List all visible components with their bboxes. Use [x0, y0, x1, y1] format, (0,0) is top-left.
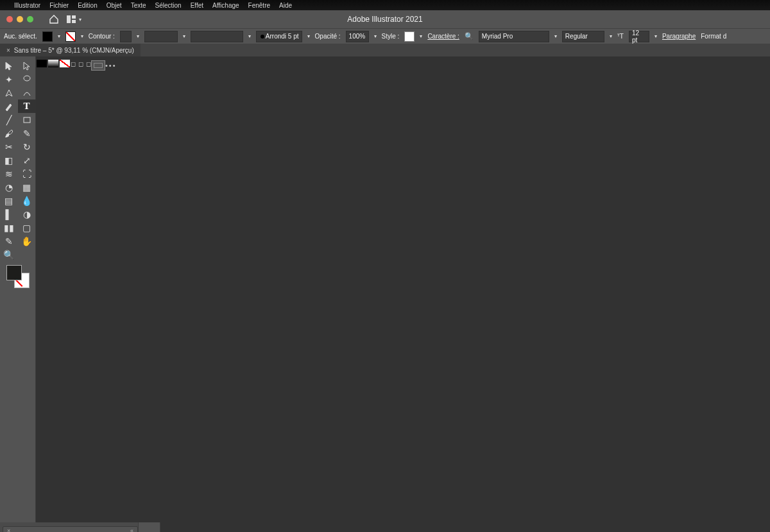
font-family: Myriad Pro: [482, 33, 513, 40]
gradient-tool[interactable]: ▌: [0, 207, 18, 221]
font-weight-dropdown[interactable]: ▾: [610, 33, 612, 39]
shape-builder-tool[interactable]: ◔: [0, 180, 18, 194]
opacity-field[interactable]: 100%: [346, 31, 369, 42]
menu-window[interactable]: Fenêtre: [248, 2, 270, 9]
selection-tool[interactable]: [0, 59, 18, 73]
paintbrush-tool[interactable]: 🖌: [0, 126, 18, 140]
collapsed-dock-strip[interactable]: [138, 522, 160, 532]
rectangle-tool[interactable]: [18, 113, 36, 126]
eraser-tool[interactable]: ◧: [0, 153, 18, 167]
window-controls: [0, 16, 33, 22]
menu-view[interactable]: Affichage: [212, 2, 239, 9]
fill-dropdown[interactable]: ▾: [58, 33, 60, 39]
line-tool[interactable]: ╱: [0, 113, 18, 126]
variable-width-dropdown[interactable]: ▾: [183, 33, 185, 39]
menu-text[interactable]: Texte: [131, 2, 146, 9]
color-panel: ×« Couleur ≡ ◈ □: [3, 526, 138, 532]
format-link[interactable]: Format d: [701, 33, 726, 40]
artboard-tool[interactable]: ▢: [18, 221, 36, 234]
rotate-tool[interactable]: ↻: [18, 140, 36, 153]
magic-wand-tool[interactable]: ✦: [0, 73, 18, 86]
close-tab-icon[interactable]: ×: [6, 47, 10, 54]
empty-tool-slot: [18, 248, 36, 261]
home-icon[interactable]: [49, 15, 59, 24]
menu-selection[interactable]: Sélection: [155, 2, 182, 9]
type-tool[interactable]: T: [18, 99, 36, 113]
app-title: Adobe Illustrator 2021: [0, 15, 770, 24]
color-mode-solid[interactable]: [36, 59, 47, 68]
screen-mode-button[interactable]: [91, 60, 105, 71]
slice-tool[interactable]: ✎: [0, 234, 18, 248]
draw-normal-icon[interactable]: ◻: [71, 60, 76, 522]
control-strip: Auc. sélect. ▾ ▾ Contour : ▾ ▾ ▾ Arrondi…: [0, 28, 770, 44]
font-weight: Regular: [565, 33, 588, 40]
eyedropper-tool[interactable]: 💧: [18, 194, 36, 207]
font-size-field[interactable]: 12 pt: [629, 31, 649, 42]
menu-file[interactable]: Fichier: [49, 2, 69, 9]
fill-color-icon[interactable]: [6, 265, 22, 280]
color-mode-gradient[interactable]: [47, 59, 59, 68]
scale-tool[interactable]: ⤢: [18, 153, 36, 167]
profile-value: Arrondi 5 pt: [266, 33, 299, 40]
free-transform-tool[interactable]: ⛶: [18, 167, 36, 180]
font-weight-field[interactable]: Regular: [562, 31, 604, 42]
font-family-field[interactable]: Myriad Pro: [479, 31, 549, 42]
pen-tool[interactable]: [0, 86, 18, 99]
search-icon[interactable]: 🔍: [465, 32, 474, 40]
mesh-tool[interactable]: ▤: [0, 194, 18, 207]
draw-inside-icon[interactable]: ◻: [86, 60, 91, 522]
stroke-dropdown[interactable]: ▾: [81, 33, 83, 39]
direct-selection-tool[interactable]: [18, 59, 36, 73]
paragraph-link[interactable]: Paragraphe: [662, 33, 696, 40]
stroke-weight-field[interactable]: [120, 31, 132, 42]
draw-behind-icon[interactable]: ◻: [78, 60, 83, 522]
close-window-button[interactable]: [6, 16, 13, 22]
menu-help[interactable]: Aide: [279, 2, 292, 9]
brush-field[interactable]: [191, 31, 243, 42]
fill-swatch[interactable]: [42, 31, 53, 42]
font-size-icon: ᵀT: [617, 33, 624, 40]
menu-app[interactable]: Illustrator: [14, 2, 40, 9]
brush-dropdown[interactable]: ▾: [248, 33, 251, 39]
zoom-tool[interactable]: 🔍: [0, 248, 18, 261]
fill-stroke-control[interactable]: [6, 265, 30, 288]
lasso-tool[interactable]: [18, 73, 36, 86]
menu-edit[interactable]: Edition: [78, 2, 98, 9]
perspective-grid-tool[interactable]: ▦: [18, 180, 36, 194]
scissors-tool[interactable]: ✂: [0, 140, 18, 153]
document-tab[interactable]: × Sans titre – 5* @ 93,11 % (CMJN/Aperçu…: [0, 44, 141, 56]
blend-tool[interactable]: ◑: [18, 207, 36, 221]
style-swatch[interactable]: [404, 31, 415, 42]
variable-width-profile[interactable]: [144, 31, 178, 42]
font-size: 12 pt: [632, 30, 646, 44]
menu-object[interactable]: Objet: [107, 2, 122, 9]
font-size-dropdown[interactable]: ▾: [654, 33, 657, 39]
edit-toolbar-button[interactable]: •••: [105, 62, 117, 522]
font-family-dropdown[interactable]: ▾: [554, 33, 557, 39]
width-tool[interactable]: ≋: [0, 167, 18, 180]
minimize-window-button[interactable]: [17, 16, 23, 22]
menu-effect[interactable]: Effet: [191, 2, 203, 9]
profile-dropdown[interactable]: ▾: [307, 33, 310, 39]
style-dropdown[interactable]: ▾: [420, 33, 422, 39]
svg-rect-4: [24, 117, 30, 123]
color-panel-close[interactable]: ×: [7, 528, 10, 532]
profile-field[interactable]: Arrondi 5 pt: [256, 31, 302, 42]
brush-tool[interactable]: [0, 99, 18, 113]
caractere-link[interactable]: Caractère :: [427, 33, 459, 40]
workspace: ✦ T ╱ 🖌✎ ✂↻ ◧⤢ ≋⛶ ◔▦ ▤💧 ▌◑ ▮▮▢ ✎✋ 🔍 ◻ ◻ …: [0, 56, 770, 522]
stroke-swatch[interactable]: [65, 31, 76, 42]
arrange-documents-dropdown[interactable]: ▾: [67, 15, 81, 23]
hand-tool[interactable]: ✋: [18, 234, 36, 248]
stroke-weight-dropdown[interactable]: ▾: [137, 33, 139, 39]
pencil-tool[interactable]: ✎: [18, 126, 36, 140]
tab-title: Sans titre – 5* @ 93,11 % (CMJN/Aperçu): [14, 47, 134, 54]
mac-menu-bar: Illustrator Fichier Edition Objet Texte …: [0, 0, 770, 10]
fullscreen-window-button[interactable]: [27, 16, 33, 22]
curvature-tool[interactable]: [18, 86, 36, 99]
column-graph-tool[interactable]: ▮▮: [0, 221, 18, 234]
svg-rect-1: [72, 15, 76, 19]
opacity-dropdown[interactable]: ▾: [374, 33, 377, 39]
color-mode-none[interactable]: [59, 59, 71, 68]
color-panel-collapse[interactable]: «: [130, 528, 133, 532]
